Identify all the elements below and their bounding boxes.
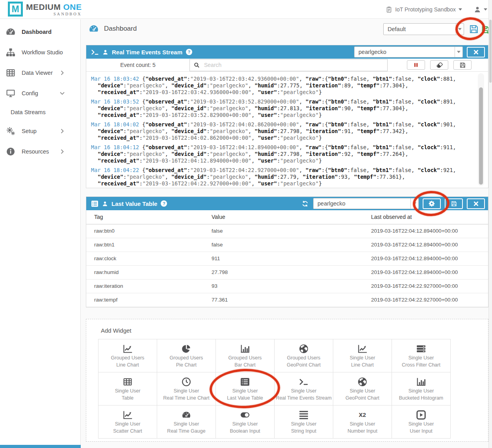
sidebar-item-data-streams[interactable]: Data Streams <box>0 104 80 121</box>
cross-filter-icon <box>416 343 426 354</box>
widget-label-line2: Last Value Table <box>227 395 263 402</box>
caret-down-icon <box>413 202 416 205</box>
widget-tile-single-user-string-input[interactable]: Single UserString Input <box>275 405 333 439</box>
save-widget-button[interactable] <box>445 198 463 209</box>
close-widget-button[interactable] <box>467 198 485 209</box>
gauge-icon <box>6 27 16 37</box>
widget-label-line2: Pie Chart <box>176 362 197 368</box>
sitemap-icon <box>6 48 16 57</box>
save-stream-button[interactable] <box>453 60 472 70</box>
sidebar-item-dashboard[interactable]: Dashboard <box>0 22 80 42</box>
table-icon <box>123 376 132 387</box>
sidebar-item-config[interactable]: Config <box>0 83 80 104</box>
widget-label-line1: Grouped Users <box>111 355 145 361</box>
sidebar-item-data-viewer[interactable]: Data Viewer <box>0 63 80 83</box>
bar-chart-icon <box>240 343 250 354</box>
widget-label-line1: Single User <box>115 421 141 428</box>
widget-tile-single-user-cross-filter-chart[interactable]: Single UserCross Filter Chart <box>392 339 451 372</box>
widget-label-line2: String Input <box>291 428 316 435</box>
table-row-raw-iteration: raw:iteration932019-03-16T22:04:22.92700… <box>86 279 488 293</box>
tag-cell: raw:btn0 <box>86 224 204 238</box>
widget-label-line2: Number Input <box>347 428 377 435</box>
logo-m-icon: M <box>8 2 23 17</box>
widget-label-line1: Single User <box>174 421 199 428</box>
sidebar-item-workflow-studio[interactable]: Workflow Studio <box>0 42 80 63</box>
widget-label-line1: Grouped Users <box>228 355 262 361</box>
hamburger-icon <box>299 409 308 420</box>
sidebar-item-label: Config <box>22 90 38 96</box>
sidebar-item-label: Data Streams <box>11 109 46 115</box>
widget-tile-single-user-table[interactable]: Single UserTable <box>98 372 157 405</box>
help-icon[interactable]: ? <box>161 200 167 207</box>
device-select[interactable]: pearlgecko <box>313 198 419 209</box>
page-scrollbar[interactable] <box>488 0 492 448</box>
user-icon <box>474 6 481 13</box>
event-entry: Mar 16 18:04:02 {"observed_at":"2019-03-… <box>91 121 471 141</box>
sidebar-scroll-indicator[interactable] <box>0 445 81 448</box>
value-cell: 77.361 <box>204 293 363 307</box>
widget-tile-grouped-users-line-chart[interactable]: Grouped UsersLine Chart <box>98 339 157 372</box>
workspace-selector[interactable]: IoT Prototyping Sandbox <box>386 6 462 13</box>
widget-tile-single-user-real-time-line-chart[interactable]: Single UserReal Time Line Chart <box>157 372 216 405</box>
widget-tile-single-user-real-time-events-stream[interactable]: Single UserReal Time Events Stream <box>275 372 333 405</box>
event-entry: Mar 16 18:04:22 {"observed_at":"2019-03-… <box>91 167 471 187</box>
last-observed-cell: 2019-03-16T22:04:12.894000+00:00 <box>363 224 488 238</box>
dashboard-select[interactable]: Default <box>383 23 464 35</box>
widget-tile-single-user-boolean-input[interactable]: Single UserBoolean Input <box>216 405 275 439</box>
widget-label-line2: Real Time Line Chart <box>163 395 209 402</box>
widget-tile-single-user-number-input[interactable]: x2Single UserNumber Input <box>333 405 392 439</box>
sidebar-item-setup[interactable]: Setup <box>0 121 80 141</box>
table-row-raw-btn0: raw:btn0false2019-03-16T22:04:12.894000+… <box>86 224 488 238</box>
widget-tile-single-user-user-input[interactable]: Single UserUser Input <box>392 405 451 439</box>
widget-tile-single-user-scatter-chart[interactable]: Single UserScatter Chart <box>98 405 157 439</box>
widget-label-line1: Single User <box>350 388 375 394</box>
widget-label-line1: Single User <box>232 388 258 394</box>
device-select[interactable]: pearlgecko <box>354 46 463 57</box>
help-icon[interactable]: ? <box>186 49 192 55</box>
log-scrollbar-thumb[interactable] <box>479 87 483 185</box>
single-user-icon <box>102 201 108 207</box>
table-row-raw-clock: raw:clock9112019-03-16T22:04:12.894000+0… <box>86 252 488 265</box>
widget-tile-grouped-users-bar-chart[interactable]: Grouped UsersBar Chart <box>216 339 275 372</box>
close-widget-button[interactable] <box>467 47 485 57</box>
sidebar-item-label: Dashboard <box>22 29 52 35</box>
pause-stream-button[interactable] <box>407 60 425 70</box>
widget-tile-single-user-bucketed-histogram[interactable]: Single UserBucketed Histogram <box>392 372 451 405</box>
clear-stream-button[interactable] <box>430 60 448 70</box>
event-entry: Mar 16 18:03:52 {"observed_at":"2019-03-… <box>91 98 471 118</box>
terminal-icon <box>91 49 99 55</box>
widget-tile-single-user-geopoint-chart[interactable]: Single UserGeoPoint Chart <box>333 372 392 405</box>
sidebar-item-label: Setup <box>22 128 37 134</box>
user-menu[interactable] <box>474 6 487 13</box>
add-widget-title: Add Widget <box>101 327 132 334</box>
list-table-icon <box>91 200 98 207</box>
page-title: Dashboard <box>89 24 137 33</box>
value-cell: 27.798 <box>204 265 363 279</box>
widget-label-line2: Boolean Input <box>230 428 260 435</box>
widget-tile-single-user-real-time-gauge[interactable]: Single UserReal Time Gauge <box>157 405 216 439</box>
widget-label-line2: Scatter Chart <box>113 428 142 435</box>
widget-tile-grouped-users-geopoint-chart[interactable]: Grouped UsersGeoPoint Chart <box>275 339 333 372</box>
search-input[interactable] <box>203 61 383 68</box>
log-scrollbar[interactable] <box>478 73 484 186</box>
tag-cell: raw:humid <box>86 265 204 279</box>
clipboard-icon <box>386 6 392 13</box>
save-dashboard-button[interactable] <box>469 24 479 34</box>
widget-tile-grouped-users-pie-chart[interactable]: Grouped UsersPie Chart <box>157 339 216 372</box>
widget-tile-single-user-line-chart[interactable]: Single UserLine Chart <box>333 339 392 372</box>
widget-label-line1: Single User <box>408 355 434 361</box>
tag-cell: raw:clock <box>86 252 204 265</box>
tag-cell: raw:iteration <box>86 279 204 293</box>
widget-label-line2: Cross Filter Chart <box>402 362 440 368</box>
panel-title: Last Value Table <box>111 200 157 207</box>
refresh-icon[interactable] <box>302 200 308 207</box>
page-scrollbar-thumb[interactable] <box>489 20 492 83</box>
widget-settings-button[interactable] <box>423 198 441 209</box>
desktop-icon <box>6 89 16 98</box>
widget-label-line2: User Input <box>410 428 433 435</box>
table-icon <box>6 68 16 78</box>
caret-down-icon <box>484 8 487 11</box>
sidebar-item-resources[interactable]: Resources <box>0 141 80 162</box>
widget-tile-single-user-last-value-table[interactable]: Single UserLast Value Table <box>216 372 275 405</box>
table-row-raw-btn1: raw:btn1false2019-03-16T22:04:12.894000+… <box>86 238 488 252</box>
